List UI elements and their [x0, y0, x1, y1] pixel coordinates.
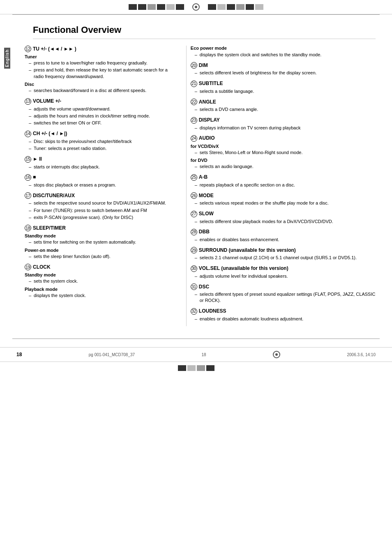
bar-block-r5	[246, 4, 254, 10]
section-title: DSC	[199, 284, 209, 290]
bullet-list: selects an audio language.	[191, 164, 376, 170]
section-num: 32	[191, 308, 197, 315]
list-item: selects different levels of brightness f…	[195, 70, 376, 76]
list-item: displays the system clock.	[29, 292, 178, 299]
bullet-list: selects a DVD camera angle.	[191, 106, 376, 113]
section-title: SURROUND (unavailable for this version)	[199, 247, 296, 253]
center-dot-left-inner	[195, 6, 197, 8]
section-header: 15► II	[25, 156, 178, 163]
section-12: 12TU +/- (◄◄ / ►► )Tunerpress to tune to…	[25, 46, 178, 94]
section-num: 30	[191, 265, 197, 272]
sub-header: Disc	[25, 82, 178, 87]
top-bar-right-blocks	[208, 4, 263, 10]
section-header: 20DIM	[191, 62, 376, 69]
list-item: selects 2.1 channel output (2.1CH) or 5.…	[195, 255, 376, 261]
section-num: 22	[191, 99, 197, 105]
list-item: exits P-SCAN (progressive scan). (Only f…	[29, 214, 178, 221]
list-item: starts or interrupts disc playback.	[29, 164, 178, 170]
section-num: 19	[25, 264, 31, 270]
list-item: enables or disables automatic loudness a…	[195, 316, 376, 322]
list-item: repeats playback of a specific section o…	[195, 182, 376, 188]
list-item: selects a subtitle language.	[195, 88, 376, 94]
section-title: ■	[33, 174, 36, 180]
section-title: DBB	[199, 229, 210, 235]
section-title: ANGLE	[199, 99, 216, 105]
bar-block-2	[138, 4, 146, 10]
section-header: 26MODE	[191, 192, 376, 199]
section-17: 17DISC/TUNER/AUXselects the respective s…	[25, 192, 178, 221]
section-header: 22ANGLE	[191, 99, 376, 105]
bullet-list: sets Stereo, Mono-Left or Mono-Right sou…	[191, 150, 376, 156]
list-item: For tuner (TUNER): press to switch betwe…	[29, 207, 178, 214]
bullet-list: enables or disables automatic loudness a…	[191, 316, 376, 322]
bar-block-5	[166, 4, 175, 10]
list-item: selects an audio language.	[195, 164, 376, 170]
list-item: enables or disables bass enhancement.	[195, 237, 376, 243]
section-header: 31DSC	[191, 283, 376, 290]
sub-header: for DVD	[191, 158, 376, 163]
section-title: CH +/- (◄ / ►|)	[33, 131, 67, 136]
bar-block-r2	[217, 4, 226, 10]
section-header: Eco power mode	[191, 46, 376, 51]
bullet-list: Disc: skips to the previous/next chapter…	[25, 138, 178, 152]
section-25: 25A-Brepeats playback of a specific sect…	[191, 174, 376, 188]
sidebar-language-label: English	[4, 48, 10, 69]
sub-header: Standby mode	[25, 233, 178, 238]
list-item: sets time for switching on the system au…	[29, 239, 178, 245]
section-header: 32LOUDNESS	[191, 308, 376, 315]
bullet-list: press to tune to a lower/higher radio fr…	[25, 60, 178, 80]
footer-date: 2006.3.6, 14:10	[347, 352, 376, 357]
section-31: 31DSCselects different types of preset s…	[191, 283, 376, 304]
bar-block-r4	[236, 4, 244, 10]
section-num: 27	[191, 211, 197, 217]
section-23: 23DISPLAYdisplays information on TV scre…	[191, 117, 376, 131]
bullet-list: displays the system clock.	[25, 292, 178, 299]
list-item: searches backward/forward in a disc at d…	[29, 88, 178, 94]
top-bar	[0, 0, 392, 14]
list-item: sets Stereo, Mono-Left or Mono-Right sou…	[195, 150, 376, 156]
bullet-list: selects different slow playback modes fo…	[191, 219, 376, 225]
bar-block-r1	[208, 4, 216, 10]
bullet-list: sets the system clock.	[25, 278, 178, 284]
section-header: 12TU +/- (◄◄ / ►► )	[25, 46, 178, 52]
bar-block-1	[129, 4, 137, 10]
section-18: 18SLEEP/TIMERStandby modesets time for s…	[25, 225, 178, 260]
section-header: 24AUDIO	[191, 135, 376, 142]
section-num: 29	[191, 247, 197, 253]
list-item: selects various repeat modes or the shuf…	[195, 200, 376, 206]
footer-page: 18	[202, 352, 206, 357]
page-content: English Functional Overview 12TU +/- (◄◄…	[0, 15, 392, 339]
list-item: press and hold, then release the key to …	[29, 67, 178, 80]
section-header: 30VOL.SEL (unavailable for this version)	[191, 265, 376, 272]
right-column: Eco power modedisplays the system clock …	[186, 46, 376, 326]
section-28: 28DBBenables or disables bass enhancemen…	[191, 229, 376, 243]
section-title: SLOW	[199, 211, 214, 216]
bullet-list: selects various repeat modes or the shuf…	[191, 200, 376, 206]
bullet-list: stops disc playback or erases a program.	[25, 182, 178, 188]
section-title: TU +/- (◄◄ / ►► )	[33, 46, 76, 52]
section-title: VOLUME +/-	[33, 98, 61, 104]
section-num: 17	[25, 192, 31, 199]
section-14: 14CH +/- (◄ / ►|)Disc: skips to the prev…	[25, 131, 178, 152]
section-27: 27SLOWselects different slow playback mo…	[191, 211, 376, 225]
section-title: DISPLAY	[199, 117, 220, 123]
section-header: 29SURROUND (unavailable for this version…	[191, 247, 376, 253]
section-header: 27SLOW	[191, 211, 376, 217]
bullet-list: adjusts volume level for individual spea…	[191, 273, 376, 279]
list-item: press to tune to a lower/higher radio fr…	[29, 60, 178, 66]
bullet-list: sets time for switching on the system au…	[25, 239, 178, 245]
section-title: A-B	[199, 174, 208, 180]
page-title: Functional Overview	[33, 25, 376, 39]
bullet-list: selects 2.1 channel output (2.1CH) or 5.…	[191, 255, 376, 261]
section-29: 29SURROUND (unavailable for this version…	[191, 247, 376, 261]
section-21: 21SUBTITLEselects a subtitle language.	[191, 81, 376, 94]
footer-dot-inner	[275, 353, 278, 356]
list-item: sets the sleep timer function (auto off)…	[29, 253, 178, 260]
section-num: 25	[191, 174, 197, 181]
section-num: 20	[191, 62, 197, 69]
section-num: 24	[191, 135, 197, 142]
section-num: 28	[191, 229, 197, 235]
section-13: 13VOLUME +/-adjusts the volume upward/do…	[25, 98, 178, 127]
section-header: 14CH +/- (◄ / ►|)	[25, 131, 178, 137]
list-item: selects different slow playback modes fo…	[195, 219, 376, 225]
